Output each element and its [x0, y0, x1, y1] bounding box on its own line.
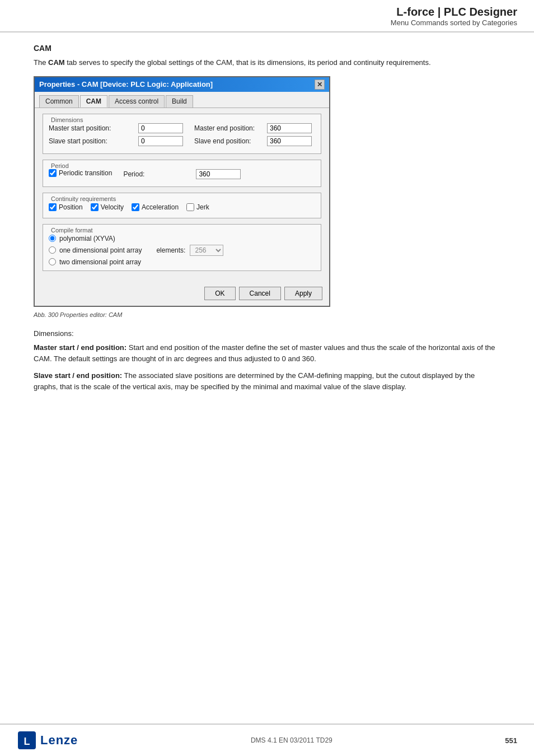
period-value-group: Period: — [123, 169, 241, 179]
dialog-title: Properties - CAM [Device: PLC Logic: App… — [39, 80, 213, 88]
master-end-label: Master end position: — [194, 124, 267, 132]
master-paragraph: Master start / end position: Start and e… — [34, 342, 500, 365]
footer: L Lenze DMS 4.1 EN 03/2011 TD29 551 — [0, 724, 534, 756]
main-content: CAM The CAM tab serves to specify the gl… — [0, 32, 534, 412]
header-title: L-force | PLC Designer — [17, 6, 517, 18]
acceleration-checkbox[interactable] — [132, 203, 139, 211]
cancel-button[interactable]: Cancel — [239, 287, 281, 300]
master-end-input[interactable] — [267, 123, 312, 133]
period-group: Period Periodic transition Period: — [43, 160, 321, 187]
slave-start-input[interactable] — [138, 136, 183, 146]
ok-button[interactable]: OK — [204, 287, 235, 300]
dialog-body: Dimensions Master start position: Master… — [35, 108, 329, 282]
footer-doc-info: DMS 4.1 EN 03/2011 TD29 — [251, 736, 332, 744]
master-bold: Master start / end position: — [34, 343, 127, 352]
master-end-group: Master end position: — [194, 123, 312, 133]
dialog-titlebar: Properties - CAM [Device: PLC Logic: App… — [35, 77, 329, 92]
master-start-row: Master start position: Master end positi… — [49, 123, 315, 133]
tab-cam[interactable]: CAM — [80, 95, 107, 108]
one-dim-radio[interactable] — [49, 246, 56, 254]
header: L-force | PLC Designer Menu Commands sor… — [0, 0, 534, 32]
acceleration-checkbox-row: Acceleration — [132, 203, 179, 211]
figure-caption: Abb. 300 Properties editor: CAM — [34, 311, 500, 318]
elements-group: elements: 256 128 512 — [156, 245, 223, 256]
tab-common[interactable]: Common — [39, 95, 79, 108]
slave-bold: Slave start / end position: — [34, 371, 122, 380]
two-dim-radio-row: two dimensional point array — [49, 258, 315, 266]
continuity-legend: Continuity requirements — [49, 195, 315, 202]
tab-access-control[interactable]: Access control — [109, 95, 165, 108]
cam-bold: CAM — [48, 58, 65, 67]
periodic-checkbox[interactable] — [49, 169, 57, 177]
dialog-buttons: OK Cancel Apply — [35, 282, 329, 306]
footer-page-number: 551 — [505, 736, 517, 745]
one-dim-radio-row: one dimensional point array elements: 25… — [49, 245, 315, 256]
polynomial-label: polynomial (XYVA) — [59, 235, 115, 242]
period-label: Period: — [123, 170, 196, 178]
slave-end-label: Slave end position: — [194, 137, 267, 145]
dimensions-legend: Dimensions — [49, 116, 315, 123]
period-legend: Period — [49, 162, 315, 169]
dialog-tabs: Common CAM Access control Build — [35, 92, 329, 108]
position-checkbox[interactable] — [49, 203, 57, 211]
period-row: Periodic transition Period: — [49, 169, 315, 179]
dimensions-body-heading: Dimensions: — [34, 329, 500, 338]
two-dim-label: two dimensional point array — [59, 258, 141, 266]
one-dim-label: one dimensional point array — [59, 246, 142, 254]
body-section: Dimensions: Master start / end position:… — [34, 329, 500, 393]
apply-button[interactable]: Apply — [284, 287, 322, 300]
periodic-label: Periodic transition — [59, 169, 112, 177]
slave-end-input[interactable] — [267, 136, 312, 146]
properties-dialog: Properties - CAM [Device: PLC Logic: App… — [34, 76, 330, 307]
slave-paragraph: Slave start / end position: The associat… — [34, 370, 500, 393]
lenze-logo-icon: L — [17, 730, 37, 750]
compile-format-radios: polynomial (XYVA) one dimensional point … — [49, 234, 315, 266]
velocity-label: Velocity — [101, 203, 124, 211]
elements-select[interactable]: 256 128 512 — [190, 245, 223, 256]
dialog-close-button[interactable]: ✕ — [315, 80, 325, 90]
compile-format-legend: Compile format — [49, 227, 315, 234]
svg-text:L: L — [24, 736, 30, 747]
continuity-checkboxes: Position Velocity Acceleration Jerk — [49, 202, 315, 213]
slave-start-row: Slave start position: Slave end position… — [49, 136, 315, 146]
slave-end-group: Slave end position: — [194, 136, 312, 146]
position-checkbox-row: Position — [49, 203, 83, 211]
tab-build[interactable]: Build — [166, 95, 193, 108]
section-heading: CAM — [34, 44, 500, 53]
jerk-checkbox[interactable] — [186, 203, 194, 211]
acceleration-label: Acceleration — [142, 203, 179, 211]
velocity-checkbox-row: Velocity — [91, 203, 124, 211]
lenze-logo-text: Lenze — [40, 733, 78, 748]
intro-text: The CAM tab serves to specify the global… — [34, 57, 500, 68]
master-start-label: Master start position: — [49, 124, 138, 132]
polynomial-radio-row: polynomial (XYVA) — [49, 235, 315, 242]
period-input[interactable] — [196, 169, 241, 179]
continuity-group: Continuity requirements Position Velocit… — [43, 193, 321, 218]
two-dim-radio[interactable] — [49, 258, 56, 265]
header-subtitle: Menu Commands sorted by Categories — [17, 18, 517, 27]
elements-label: elements: — [156, 246, 185, 254]
jerk-label: Jerk — [196, 203, 209, 211]
dimensions-group: Dimensions Master start position: Master… — [43, 114, 321, 154]
master-start-input[interactable] — [138, 123, 183, 133]
polynomial-radio[interactable] — [49, 235, 56, 242]
compile-format-group: Compile format polynomial (XYVA) one dim… — [43, 224, 321, 271]
periodic-checkbox-row: Periodic transition — [49, 169, 112, 177]
velocity-checkbox[interactable] — [91, 203, 99, 211]
slave-start-label: Slave start position: — [49, 137, 138, 145]
footer-logo: L Lenze — [17, 730, 78, 750]
jerk-checkbox-row: Jerk — [186, 203, 209, 211]
position-label: Position — [59, 203, 83, 211]
